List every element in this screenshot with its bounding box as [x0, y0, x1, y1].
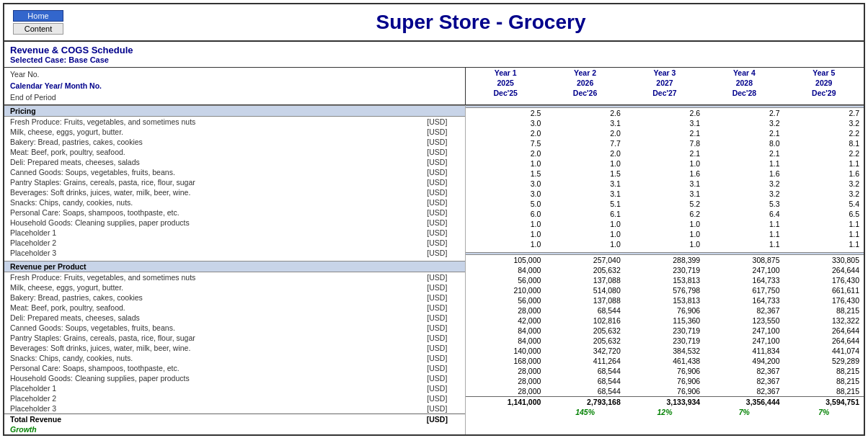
row-unit: [USD] [409, 292, 465, 303]
right-data-table: 2.5 2.6 2.6 2.7 2.7 3.0 3.1 3.1 3.2 3.2 … [466, 105, 864, 417]
table-row: Meat: Beef, pork, poultry, seafood. [USD… [4, 303, 465, 313]
table-row: Deli: Prepared meats, cheeses, salads [U… [4, 157, 465, 167]
table-row: Bakery: Bread, pastries, cakes, cookies … [4, 292, 465, 303]
total-label: Total Revenue [4, 414, 409, 425]
year-no-label: Year No. [10, 69, 459, 81]
nav-bar: Home Content [9, 7, 94, 37]
y4-label: Year 4 [704, 68, 784, 78]
row-label: Canned Goods: Soups, vegetables, fruits,… [4, 323, 409, 333]
year-end-row: Dec'25 Dec'26 Dec'27 Dec'28 Dec'29 [466, 88, 864, 98]
growth-row: Growth [4, 424, 465, 434]
row-unit: [USD] [409, 282, 465, 292]
nav-col: Home Content [4, 4, 98, 40]
row-unit: [USD] [409, 157, 465, 167]
table-row: 28,000 68,544 76,906 82,367 88,215 [466, 386, 864, 397]
row-label: Milk, cheese, eggs, yogurt, butter. [4, 282, 409, 292]
row-label: Canned Goods: Soups, vegetables, fruits,… [4, 167, 409, 177]
table-row: 3.0 3.1 3.1 3.2 3.2 [466, 179, 864, 189]
year-number-row: 2025 2026 2027 2028 2029 [466, 78, 864, 88]
y4-year: 2028 [704, 78, 784, 88]
row-unit: [USD] [409, 393, 465, 403]
total-revenue-data-row: 1,141,000 2,793,168 3,133,934 3,356,444 … [466, 397, 864, 408]
total-unit: [USD] [409, 414, 465, 425]
row-label: Fresh Produce: Fruits, vegetables, and s… [4, 117, 409, 128]
row-label: Pantry Staples: Grains, cereals, pasta, … [4, 333, 409, 343]
row-label: Bakery: Bread, pastries, cakes, cookies [4, 292, 409, 303]
table-row: 2.0 2.0 2.1 2.1 2.2 [466, 128, 864, 138]
row-unit: [USD] [409, 177, 465, 187]
table-row: Canned Goods: Soups, vegetables, fruits,… [4, 323, 465, 333]
row-label: Placeholder 1 [4, 383, 409, 393]
row-unit: [USD] [409, 313, 465, 323]
pricing-section-header: Pricing [4, 106, 465, 117]
left-header-fixed: Year No. Calendar Year/ Month No. End of… [4, 68, 466, 104]
y3-label: Year 3 [625, 68, 704, 78]
table-row: Beverages: Soft drinks, juices, water, m… [4, 343, 465, 353]
row-unit: [USD] [409, 127, 465, 137]
table-row: 1.5 1.5 1.6 1.6 1.6 [466, 169, 864, 179]
table-row: Fresh Produce: Fruits, vegetables, and s… [4, 117, 465, 128]
row-label: Household Goods: Cleaning supplies, pape… [4, 218, 409, 228]
row-label: Household Goods: Cleaning supplies, pape… [4, 373, 409, 383]
row-unit: [USD] [409, 117, 465, 128]
total-revenue-row: Total Revenue [USD] [4, 414, 465, 425]
table-row: Pantry Staples: Grains, cereals, pasta, … [4, 333, 465, 343]
row-unit: [USD] [409, 303, 465, 313]
page-title: Super Store - Grocery [98, 11, 864, 34]
content-button[interactable]: Content [13, 23, 63, 35]
table-row: 3.0 3.1 3.1 3.2 3.2 [466, 118, 864, 128]
row-unit: [USD] [409, 137, 465, 147]
table-row: 7.5 7.7 7.8 8.0 8.1 [466, 138, 864, 148]
y3-end: Dec'27 [625, 88, 704, 98]
row-label: Personal Care: Soaps, shampoos, toothpas… [4, 207, 409, 218]
table-row: 84,000 205,632 230,719 247,100 264,644 [466, 265, 864, 275]
table-row: 1.0 1.0 1.0 1.1 1.1 [466, 219, 864, 229]
row-label: Meat: Beef, pork, poultry, seafood. [4, 303, 409, 313]
table-row: 105,000 257,040 288,399 308,875 330,805 [466, 255, 864, 266]
row-unit: [USD] [409, 238, 465, 248]
y4-end: Dec'28 [704, 88, 784, 98]
pv02: 2.6 [625, 108, 704, 119]
table-row: Snacks: Chips, candy, cookies, nuts. [US… [4, 197, 465, 207]
table-row: Household Goods: Cleaning supplies, pape… [4, 373, 465, 383]
growth-data-row: 145% 12% 7% 7% [466, 407, 864, 417]
row-label: Placeholder 2 [4, 393, 409, 403]
table-row: 28,000 68,544 76,906 82,367 88,215 [466, 366, 864, 376]
row-unit: [USD] [409, 167, 465, 177]
table-row: 3.0 3.1 3.1 3.2 3.2 [466, 189, 864, 199]
row-label: Snacks: Chips, candy, cookies, nuts. [4, 353, 409, 363]
year-label-row: Year 1 Year 2 Year 3 Year 4 Year 5 [466, 68, 864, 78]
row-label: Placeholder 2 [4, 238, 409, 248]
row-unit: [USD] [409, 383, 465, 393]
row-unit: [USD] [409, 272, 465, 283]
home-button[interactable]: Home [13, 10, 63, 22]
schedule-header: Revenue & COGS Schedule Selected Case: B… [4, 42, 864, 67]
table-row: 28,000 68,544 76,906 82,367 88,215 [466, 376, 864, 386]
row-label: Pantry Staples: Grains, cereals, pasta, … [4, 177, 409, 187]
table-row: Milk, cheese, eggs, yogurt, butter. [USD… [4, 282, 465, 292]
row-label: Milk, cheese, eggs, yogurt, butter. [4, 127, 409, 137]
table-row: Fresh Produce: Fruits, vegetables, and s… [4, 272, 465, 283]
table-row: Beverages: Soft drinks, juices, water, m… [4, 187, 465, 197]
table-row: 210,000 514,080 576,798 617,750 661,611 [466, 285, 864, 295]
main-content: Pricing Fresh Produce: Fruits, vegetable… [4, 105, 864, 434]
row-unit: [USD] [409, 323, 465, 333]
table-row: 1.0 1.0 1.0 1.1 1.1 [466, 229, 864, 239]
table-row: Canned Goods: Soups, vegetables, fruits,… [4, 167, 465, 177]
table-row: Placeholder 2 [USD] [4, 393, 465, 403]
row-label: Placeholder 1 [4, 228, 409, 238]
table-row: 84,000 205,632 230,719 247,100 264,644 [466, 326, 864, 336]
row-label: Beverages: Soft drinks, juices, water, m… [4, 187, 409, 197]
y1-label: Year 1 [466, 68, 545, 78]
row-label: Personal Care: Soaps, shampoos, toothpas… [4, 363, 409, 373]
table-row: Bakery: Bread, pastries, cakes, cookies … [4, 137, 465, 147]
year-header-table: Year 1 Year 2 Year 3 Year 4 Year 5 2025 … [466, 68, 864, 98]
right-header-flex: Year 1 Year 2 Year 3 Year 4 Year 5 2025 … [466, 68, 864, 104]
table-row: Milk, cheese, eggs, yogurt, butter. [USD… [4, 127, 465, 137]
revenue-section-header: Revenue per Product [4, 262, 465, 272]
row-unit: [USD] [409, 343, 465, 353]
pv01: 2.6 [545, 108, 624, 119]
table-row: 5.0 5.1 5.2 5.3 5.4 [466, 199, 864, 209]
row-label: Beverages: Soft drinks, juices, water, m… [4, 343, 409, 353]
end-of-period-label: End of Period [10, 92, 459, 104]
